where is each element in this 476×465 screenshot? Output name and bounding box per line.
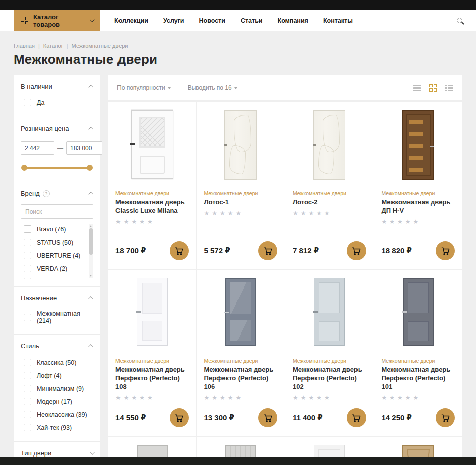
product-card[interactable]: Межкомнатные двери Межкомнатная дверь Пе… [197,270,286,437]
product-title[interactable]: Межкомнатная дверь Перфекто (Perfecto) 1… [293,366,366,391]
product-category-link[interactable]: Межкомнатные двери [204,190,278,196]
filter-header-availability[interactable]: В наличии [21,75,93,96]
nav-news[interactable]: Новости [199,17,225,24]
scroll-up-arrow[interactable] [90,225,92,227]
filter-header-purpose[interactable]: Назначение [21,287,93,308]
per-page-label: Выводить по 16 [188,84,232,91]
brand-option[interactable]: UBERTURE (4) [21,249,86,262]
product-image[interactable] [115,110,189,186]
search-icon[interactable] [457,18,462,23]
product-title[interactable]: Межкомнатная дверь Перфекто (Perfecto) 1… [382,366,455,391]
style-option[interactable]: Минимализм (9) [21,382,93,395]
help-icon[interactable]: ? [43,190,50,197]
breadcrumb-catalog[interactable]: Каталог [43,43,63,49]
product-card[interactable]: Межкомнатные двери Межкомнатная дверь Пе… [374,270,463,437]
product-category-link[interactable]: Межкомнатные двери [115,190,189,196]
add-to-cart-button[interactable] [436,408,455,427]
product-price: 11 400 ₽ [293,413,323,422]
add-to-cart-button[interactable] [347,241,366,260]
checkbox[interactable] [24,385,31,392]
checkbox[interactable] [24,398,31,405]
product-category-link[interactable]: Межкомнатные двери [382,190,455,196]
nav-contacts[interactable]: Контакты [323,17,353,24]
nav-articles[interactable]: Статьи [241,17,263,24]
product-image[interactable] [204,278,278,353]
product-title[interactable]: Межкомнатная дверь Перфекто (Perfecto) 1… [115,366,189,391]
product-image[interactable] [293,278,366,353]
price-range-slider[interactable] [22,165,92,171]
brand-search-input[interactable] [21,204,93,219]
add-to-cart-button[interactable] [258,241,277,260]
brand-option[interactable]: STATUS (50) [21,236,86,249]
product-category-link[interactable]: Межкомнатные двери [293,190,366,196]
checkbox[interactable] [24,278,31,279]
filter-header-price[interactable]: Розничная цена [21,117,93,138]
product-card[interactable]: Межкомнатные двери Межкомнатная дверь Пе… [285,270,374,437]
view-grid-icon-active[interactable] [429,84,437,92]
add-to-cart-button[interactable] [347,408,366,427]
product-title[interactable]: Межкомнатная дверь Перфекто (Perfecto) 1… [204,366,278,391]
checkbox[interactable] [24,99,31,106]
product-category-link[interactable]: Межкомнатные двери [204,358,278,364]
product-card[interactable]: Межкомнатные двери Межкомнатная дверь ДП… [374,102,463,270]
style-option[interactable]: Модерн (17) [21,395,93,408]
product-image[interactable] [382,278,455,353]
nav-services[interactable]: Услуги [163,17,184,24]
checkbox[interactable] [24,411,31,418]
add-to-cart-button[interactable] [258,408,277,427]
checkbox[interactable] [24,314,31,321]
checkbox[interactable] [24,239,31,246]
product-card[interactable]: Межкомнатные двери Межкомнатная дверь Cl… [108,102,197,270]
checkbox[interactable] [24,252,31,259]
scroll-down-arrow[interactable] [90,275,92,277]
nav-collections[interactable]: Коллекции [114,17,148,24]
product-title[interactable]: Межкомнатная дверь ДП Н-V [382,198,455,215]
product-title[interactable]: Межкомнатная дверь Classic Luxe Milana [115,198,189,215]
style-option[interactable]: Лофт (4) [21,369,93,382]
nav-company[interactable]: Компания [278,17,308,24]
product-category-link[interactable]: Межкомнатные двери [115,358,189,364]
checkbox[interactable] [24,265,31,272]
filter-option[interactable]: Межкомнатная (214) [21,308,93,327]
filter-header-brand[interactable]: Бренд? [21,182,93,203]
style-option[interactable]: Хай-тек (93) [21,421,93,434]
brand-option[interactable]: Владимирская [21,275,86,279]
price-min-input[interactable] [21,141,54,155]
brand-option[interactable]: Bravo (76) [21,223,86,236]
cart-icon [263,413,273,423]
product-image[interactable] [293,110,366,186]
slider-handle-max[interactable] [87,165,93,171]
product-image[interactable] [204,110,278,186]
product-title[interactable]: Лотос-1 [204,198,278,207]
style-option[interactable]: Неоклассика (39) [21,408,93,421]
view-detailed-icon[interactable] [445,85,453,91]
checkbox[interactable] [24,359,31,366]
brand-option[interactable]: VERDA (2) [21,262,86,275]
style-option[interactable]: Классика (50) [21,356,93,369]
catalog-button[interactable]: Каталог товаров [14,10,100,31]
filter-header-style[interactable]: Стиль [21,335,93,356]
product-image[interactable] [382,110,455,186]
view-list-icon[interactable] [413,85,421,91]
slider-handle-min[interactable] [21,165,27,171]
product-card[interactable]: Межкомнатные двери Лотос-1 ★★★★★ 5 572 ₽ [197,102,286,270]
sort-dropdown[interactable]: По популярности [117,84,171,91]
add-to-cart-button[interactable] [436,241,455,260]
product-image[interactable] [115,278,189,353]
per-page-dropdown[interactable]: Выводить по 16 [188,84,237,91]
checkbox[interactable] [24,424,31,431]
checkbox[interactable] [24,372,31,379]
product-card[interactable]: Межкомнатные двери Лотос-2 ★★★★★ 7 812 ₽ [285,102,374,270]
scrollbar-thumb[interactable] [89,228,93,255]
filter-option-yes[interactable]: Да [21,96,93,109]
product-category-link[interactable]: Межкомнатные двери [293,358,366,364]
product-card[interactable]: Межкомнатные двери Межкомнатная дверь Пе… [108,270,197,437]
add-to-cart-button[interactable] [170,241,189,260]
add-to-cart-button[interactable] [170,408,189,427]
product-category-link[interactable]: Межкомнатные двери [382,358,455,364]
breadcrumb-home[interactable]: Главная [14,43,35,49]
checkbox[interactable] [24,225,31,233]
price-separator: — [57,145,63,152]
product-title[interactable]: Лотос-2 [293,198,366,207]
price-max-input[interactable] [66,141,102,155]
